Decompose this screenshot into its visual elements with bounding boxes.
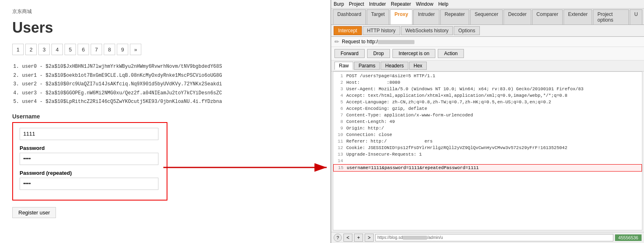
burp-suite-panel: BurpProjectIntruderRepeaterWindowHelp Da… [331,0,644,243]
sub-tab-websockets-history[interactable]: WebSockets history [401,26,453,35]
form-highlight: Password Password (repeated) [12,122,167,201]
left-panel: 京东商城 Users 123456789» user0 - $2a$10$JxH… [0,0,331,243]
burp-menubar: BurpProjectIntruderRepeaterWindowHelp [331,0,644,9]
content-tab-hex[interactable]: Hex [409,62,427,70]
action-buttons: Forward Drop Intercept is on Action [331,47,644,60]
pagination-btn-4[interactable]: 4 [51,44,63,55]
http-line-15: 15username=1111&password=1111&repeatedPa… [333,164,642,172]
main-tab-dashboard[interactable]: Dashboard [333,9,366,25]
line-number: 14 [335,158,343,164]
menu-item-project[interactable]: Project [349,1,364,7]
line-content: Content-Length: 49 [346,118,395,125]
menu-item-burp[interactable]: Burp [334,1,344,7]
help-button[interactable]: ? [334,234,342,242]
content-tab-params[interactable]: Params [354,62,380,70]
user-list-item: user0 - $2a$10$JxHBHN1JN7lwjhmYrkWByu2nH… [22,62,318,71]
content-tabs: RawParamsHeadersHex [331,60,644,71]
main-tab-sequencer[interactable]: Sequencer [470,9,503,25]
pagination-btn-9[interactable]: 9 [117,44,128,55]
request-bar: ✏ Request to http:/ [331,37,644,47]
pagination-btn-2[interactable]: 2 [25,44,37,55]
main-tab-repeater[interactable]: Repeater [440,9,469,25]
arrow-annotation [159,151,331,185]
intercept-on-button[interactable]: Intercept is on [392,49,435,58]
line-content: Origin: http:/ [346,125,384,132]
user-list-item: user2 - $2a$10$0rc9UaQZI7u14JsAKfciq.Nq9… [22,80,318,89]
pagination-btn-7[interactable]: 7 [91,44,102,55]
line-content: Connection: close [346,132,392,138]
main-tab-decoder[interactable]: Decoder [504,9,531,25]
http-line-3: 3User-Agent: Mozilla/5.0 (Windows NT 10.… [333,86,642,92]
pagination-btn-»[interactable]: » [130,44,141,55]
pagination-btn-6[interactable]: 6 [78,44,89,55]
main-tabs: DashboardTargetProxyIntruderRepeaterSequ… [331,9,644,25]
sub-tab-http-history[interactable]: HTTP history [363,26,400,35]
pagination: 123456789» [12,44,318,55]
user-list-item: user4 - $2a$10$LpRithcZ2RiI46cQ5ZwYKOcut… [22,98,318,107]
next-button[interactable]: > [365,234,374,242]
http-line-10: 10Connection: close [333,132,642,138]
pagination-btn-5[interactable]: 5 [65,44,76,55]
http-line-2: 2Host: :8080 [333,79,642,86]
line-number: 2 [335,79,343,86]
drop-button[interactable]: Drop [367,49,390,58]
http-line-5: 5Accept-Language: zh-CN,zh;q=0.8,zh-TW;q… [333,99,642,105]
line-number: 9 [335,125,343,132]
line-content: Accept-Encoding: gzip, deflate [346,105,427,112]
password-input[interactable] [20,153,158,165]
http-line-6: 6Accept-Encoding: gzip, deflate [333,105,642,112]
sub-tabs: InterceptHTTP historyWebSockets historyO… [331,25,644,37]
sub-tab-options[interactable]: Options [454,26,479,35]
action-button[interactable]: Action [438,49,464,58]
register-button[interactable]: Register user [12,207,56,218]
username-input[interactable] [20,128,158,140]
line-content: Accept: text/html,application/xhtml+xml,… [346,92,567,99]
menu-item-window[interactable]: Window [416,1,433,7]
menu-item-intruder[interactable]: Intruder [369,1,386,7]
main-tab-comparer[interactable]: Comparer [532,9,563,25]
menu-item-help[interactable]: Help [438,1,448,7]
password-repeated-input[interactable] [20,178,158,190]
line-content: Content-Type: application/x-www-form-url… [346,112,473,118]
http-line-13: 13Upgrade-Insecure-Requests: 1 [333,151,642,158]
pagination-btn-3[interactable]: 3 [38,44,50,55]
http-line-14: 14 [333,158,642,164]
bottom-bar: ? < + > https://blog.sd/admin/u 45556536 [331,232,644,243]
line-number: 13 [335,151,343,158]
line-number: 12 [335,145,343,151]
status-number: 45556536 [615,234,642,241]
pagination-btn-8[interactable]: 8 [104,44,115,55]
line-number: 15 [335,165,343,171]
user-list-item: user1 - $2a$10$oekb1ot7BxGmE9CLE.LqB.08n… [22,71,318,80]
content-tab-headers[interactable]: Headers [381,62,408,70]
line-content: Upgrade-Insecure-Requests: 1 [346,151,422,158]
sub-tab-intercept[interactable]: Intercept [334,26,362,35]
line-content: User-Agent: Mozilla/5.0 (Windows NT 10.0… [346,86,584,92]
prev-button[interactable]: < [343,234,352,242]
line-content: Cookie: JSESSIONID=ps12fFsDYlrHrllgzRQll… [346,145,567,151]
http-line-9: 9Origin: http:/ [333,125,642,132]
add-button[interactable]: + [354,234,363,242]
line-content: username=1111&password=1111&repeatedPass… [347,165,479,171]
http-line-7: 7Content-Type: application/x-www-form-ur… [333,112,642,118]
main-tab-target[interactable]: Target [367,9,389,25]
main-tab-intruder[interactable]: Intruder [413,9,439,25]
content-tab-raw[interactable]: Raw [334,62,353,70]
main-tab-proxy[interactable]: Proxy [390,9,412,25]
menu-item-repeater[interactable]: Repeater [391,1,411,7]
username-group [20,128,160,140]
main-tab-u[interactable]: U [630,9,642,25]
status-url: https://blog.sd/admin/u [375,234,613,241]
password-group: Password [20,145,160,165]
main-tab-project-options[interactable]: Project options [593,9,629,25]
http-line-12: 12Cookie: JSESSIONID=ps12fFsDYlrHrllgzRQ… [333,145,642,151]
line-number: 7 [335,112,343,118]
forward-button[interactable]: Forward [334,49,365,58]
main-tab-extender[interactable]: Extender [564,9,592,25]
line-content: Referer: http:/ ers [346,138,432,145]
user-list-item: user3 - $2a$10$GGOPEg.nW6Mi2NMG0xu/Qez2f… [22,89,318,98]
request-label: Request to http:/ [342,39,414,45]
line-number: 5 [335,99,343,105]
pagination-btn-1[interactable]: 1 [12,44,24,55]
site-title: 京东商城 [12,8,318,15]
